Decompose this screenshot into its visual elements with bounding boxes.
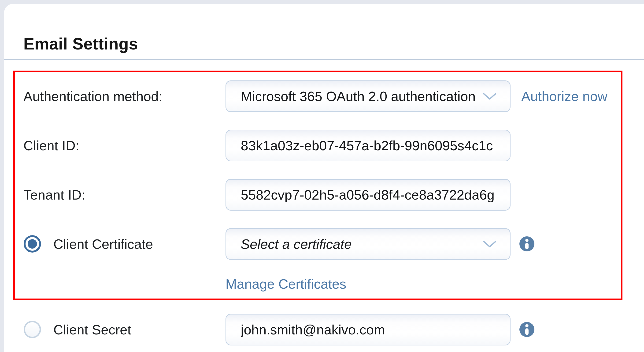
manage-certificates-link[interactable]: Manage Certificates — [226, 277, 346, 291]
authentication-method-value: Microsoft 365 OAuth 2.0 authentication — [241, 88, 478, 104]
page-title: Email Settings — [24, 35, 138, 52]
authentication-method-label: Authentication method: — [24, 80, 162, 112]
client-secret-label[interactable]: Client Secret — [54, 314, 131, 345]
client-id-input[interactable] — [226, 130, 510, 161]
header-divider — [4, 59, 644, 60]
tenant-id-input[interactable] — [226, 179, 510, 211]
client-certificate-radio[interactable] — [24, 235, 41, 253]
info-icon[interactable] — [520, 322, 534, 337]
client-certificate-label[interactable]: Client Certificate — [54, 228, 153, 260]
client-id-label: Client ID: — [24, 130, 80, 161]
client-secret-input[interactable] — [226, 314, 510, 345]
tenant-id-label: Tenant ID: — [24, 179, 85, 211]
radio-dot — [28, 239, 37, 249]
chevron-down-icon — [483, 240, 497, 248]
email-settings-screen: Email Settings Authentication method: Mi… — [0, 0, 644, 352]
authorize-now-link[interactable]: Authorize now — [521, 80, 608, 112]
certificate-select[interactable]: Select a certificate — [226, 228, 510, 260]
authentication-method-select[interactable]: Microsoft 365 OAuth 2.0 authentication — [226, 80, 510, 112]
info-icon[interactable] — [520, 236, 534, 251]
client-secret-radio[interactable] — [24, 321, 41, 338]
chevron-down-icon — [483, 93, 497, 100]
certificate-select-placeholder: Select a certificate — [241, 236, 478, 252]
